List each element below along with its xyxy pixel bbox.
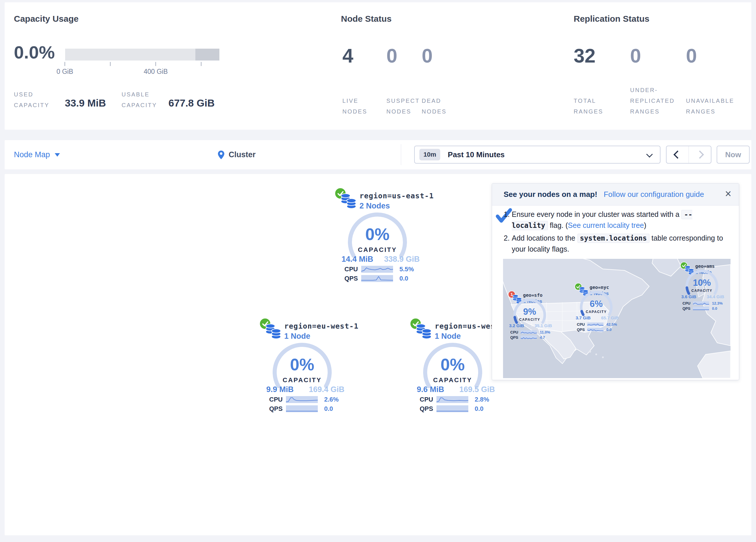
usable-capacity-value: 677.8 GiB [168, 97, 215, 109]
dead-nodes-value: 0 [422, 46, 433, 65]
breadcrumb-label: Cluster [229, 150, 256, 159]
cpu-value: 12.3% [712, 301, 723, 306]
node-status-title: Node Status [341, 14, 392, 24]
usable-capacity-label: USABLE CAPACITY [122, 89, 171, 111]
qps-sparkline [361, 275, 393, 282]
capacity-word: CAPACITY [421, 376, 485, 384]
cpu-label: CPU [344, 265, 361, 273]
under-replicated-label: UNDER-REPLICATED RANGES [630, 85, 682, 117]
capacity-percent: 0% [346, 226, 409, 242]
capacity-bar [65, 49, 219, 60]
view-dropdown-label: Node Map [14, 150, 50, 159]
location-pin-icon [218, 150, 225, 159]
qps-value: 0.0 [324, 405, 333, 413]
total-capacity: 65.7 GiB [601, 315, 619, 320]
world-map-illustration: 1 geo=sfo 2 Nodes 9% CAPACITY 3.2 [503, 259, 731, 378]
qps-value: 4.7 [540, 335, 545, 340]
cpu-label: CPU [420, 396, 436, 403]
total-capacity: 169.4 GiB [309, 385, 344, 394]
node-count: 2 Nodes [359, 201, 390, 210]
axis-tick-label: 400 GiB [135, 68, 176, 76]
under-replicated-value: 0 [630, 46, 641, 65]
capacity-percent: 0% [421, 356, 485, 373]
axis-tick [201, 62, 201, 66]
step-2: Add locations to the system.locations ta… [512, 233, 728, 254]
time-nav-arrows [666, 146, 711, 163]
capacity-word: CAPACITY [270, 376, 334, 384]
now-button[interactable]: Now [717, 146, 750, 163]
cpu-sparkline [693, 302, 709, 305]
step-1-text: ) [644, 221, 646, 229]
breadcrumb[interactable]: Cluster [218, 140, 256, 169]
next-time-button[interactable] [689, 146, 711, 163]
axis-tick [110, 62, 111, 66]
capacity-percent: 0% [270, 356, 334, 373]
prev-time-button[interactable] [667, 146, 689, 163]
configuration-guide-link[interactable]: Follow our configuration guide [604, 190, 704, 199]
axis-tick-label: 0 GiB [45, 68, 85, 76]
qps-sparkline [436, 405, 468, 412]
cpu-label: CPU [682, 301, 693, 306]
qps-label: QPS [344, 275, 361, 282]
total-capacity: 338.9 GiB [384, 255, 420, 264]
chevron-right-icon [696, 150, 704, 159]
database-nodes-icon [415, 323, 432, 340]
capacity-percent: 9% [512, 307, 548, 316]
qps-label: QPS [682, 306, 693, 311]
close-icon[interactable]: × [725, 188, 731, 199]
cpu-label: CPU [269, 396, 286, 403]
step-1-text: Ensure every node in your cluster was st… [512, 210, 681, 218]
database-nodes-icon [265, 323, 282, 340]
qps-label: QPS [420, 405, 436, 413]
qps-value: 0.0 [399, 275, 408, 282]
step-2-text: Add locations to the [512, 234, 577, 242]
geo-label: geo=nyc [590, 285, 609, 290]
qps-value: 0.0 [712, 306, 717, 311]
qps-label: QPS [577, 328, 587, 332]
capacity-percent: 0.0% [14, 43, 55, 61]
capacity-word: CAPACITY [346, 246, 409, 253]
time-range-label: Past 10 Minutes [448, 150, 505, 159]
node-count: 1 Node [435, 332, 461, 341]
total-ranges-value: 32 [574, 46, 596, 65]
used-capacity: 3.7 GiB [576, 315, 591, 320]
live-nodes-label: LIVE NODES [342, 95, 377, 117]
node-count: 1 Node [284, 332, 310, 341]
cpu-value: 5.5% [399, 265, 414, 273]
cpu-sparkline [361, 266, 393, 273]
capacity-percent: 10% [684, 278, 720, 287]
capacity-usage-title: Capacity Usage [14, 14, 78, 24]
node-group-us-east-1[interactable]: region=us-east-1 2 Nodes 0% CAPACITY 14.… [333, 185, 457, 293]
map-node-ams: geo=ams 1 Node 10% CAPACITY 3.6 GiB 34.4… [680, 262, 731, 315]
time-range-dropdown[interactable]: 10m Past 10 Minutes [414, 146, 660, 163]
capacity-word: CAPACITY [512, 318, 548, 322]
map-node-sfo: 1 geo=sfo 2 Nodes 9% CAPACITY 3.2 [508, 291, 560, 344]
chevron-down-icon [55, 153, 60, 157]
qps-label: QPS [510, 335, 521, 340]
axis-tick [65, 62, 65, 66]
used-capacity: 14.4 MiB [342, 255, 373, 264]
locality-setup-popup: See your nodes on a map! Follow our conf… [492, 183, 739, 380]
time-range-badge: 10m [419, 149, 440, 160]
used-capacity: 3.2 GiB [509, 323, 524, 328]
used-capacity-label: USED CAPACITY [14, 89, 57, 111]
qps-label: QPS [269, 405, 286, 413]
cpu-sparkline [521, 330, 537, 334]
suspect-nodes-label: SUSPECT NODES [386, 95, 421, 117]
region-label: region=us-east-1 [359, 192, 434, 200]
total-capacity: 35.1 GiB [535, 323, 552, 328]
chevron-down-icon [646, 151, 653, 158]
capacity-percent: 6% [578, 300, 614, 308]
dead-nodes-label: DEAD NODES [422, 95, 456, 117]
used-capacity: 9.6 MiB [417, 385, 444, 394]
step-1-text: flag. ( [548, 221, 568, 229]
geo-label: geo=ams [695, 263, 715, 269]
total-ranges-label: TOTAL RANGES [574, 95, 611, 117]
unavailable-value: 0 [686, 46, 697, 65]
toolbar: Node Map Cluster 10m Past 10 Minutes Now [5, 140, 751, 169]
locality-tree-link[interactable]: See current locality tree [568, 221, 644, 229]
map-node-nyc: geo=nyc 2 Nodes 6% CAPACITY 3.7 GiB 65.7… [575, 283, 627, 337]
cpu-value: 11.0% [540, 330, 550, 335]
view-dropdown[interactable]: Node Map [14, 140, 60, 169]
node-group-eu-west-1[interactable]: region=eu-west-1 1 Node 0% CAPACITY 9.9 … [258, 316, 382, 423]
